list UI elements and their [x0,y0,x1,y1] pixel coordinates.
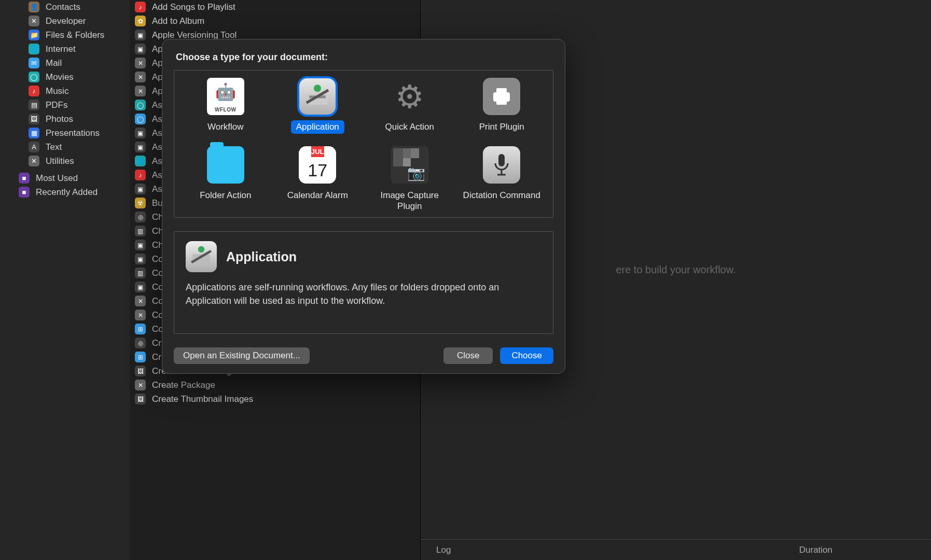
choose-button[interactable]: Choose [500,347,553,364]
sidebar-item-recently-added[interactable]: ■Recently Added [0,185,130,199]
svg-rect-6 [498,154,505,166]
action-label: Bu [152,198,163,208]
description-title: Application [226,249,297,264]
calendar-icon: JUL 17 [299,146,336,184]
action-label: Cr [152,352,161,362]
category-icon: ◯ [29,72,39,82]
action-label: Ap [152,58,163,68]
sidebar-item-most-used[interactable]: ■Most Used [0,171,130,185]
sidebar-item-label: Recently Added [36,187,98,198]
sidebar-item-pdfs[interactable]: ▤PDFs [0,98,130,112]
category-icon: ▤ [29,100,39,110]
action-icon: ✕ [135,72,146,82]
svg-point-0 [314,85,321,92]
sidebar-item-photos[interactable]: 🖼Photos [0,112,130,126]
action-label: Add Songs to Playlist [152,2,235,12]
action-icon: 🖼 [135,394,146,404]
sidebar-item-label: Utilities [46,156,74,166]
description-text: Applications are self-running workflows.… [186,281,541,307]
action-icon: ⊞ [135,324,146,334]
sidebar-item-files-folders[interactable]: 📁Files & Folders [0,28,130,42]
sidebar-item-developer[interactable]: ✕Developer [0,14,130,28]
sidebar-item-label: Developer [46,16,86,26]
category-icon: 🌐 [29,44,39,54]
sidebar-item-utilities[interactable]: ✕Utilities [0,154,130,168]
sidebar-item-label: Presentations [46,128,100,138]
action-icon: ☢ [135,198,146,208]
type-label: Application [291,120,344,134]
type-label: Dictation Command [458,189,546,202]
sidebar-item-mail[interactable]: ✉Mail [0,56,130,70]
library-sidebar: 👤Contacts✕Developer📁Files & Folders🌐Inte… [0,0,130,560]
sidebar-item-label: Music [46,86,68,96]
action-icon: ✕ [135,310,146,320]
type-quick-action[interactable]: ⚙ Quick Action [364,78,456,134]
sidebar-item-presentations[interactable]: ▦Presentations [0,126,130,140]
sidebar-item-label: Photos [46,114,73,124]
sidebar-item-label: Contacts [46,2,80,12]
action-item[interactable]: 🖼Create Thumbnail Images [130,392,420,406]
sidebar-item-label: Mail [46,58,62,68]
action-icon: 🌐 [135,156,146,166]
action-icon: ◯ [135,114,146,124]
action-item[interactable]: ✕Create Package [130,378,420,392]
action-item[interactable]: ♪Add Songs to Playlist [130,0,420,14]
type-label: Workflow [202,120,249,134]
action-label: Ap [152,44,163,54]
action-icon: ✕ [135,380,146,390]
description-icon [186,241,217,272]
action-icon: ⊞ [135,352,146,362]
action-icon: ◎ [135,212,146,222]
svg-rect-5 [496,99,507,105]
category-icon: ▦ [29,128,39,138]
action-label: Ap [152,86,163,96]
action-icon: ♪ [135,2,146,12]
sidebar-item-contacts[interactable]: 👤Contacts [0,0,130,14]
action-item[interactable]: ✿Add to Album [130,14,420,28]
type-workflow[interactable]: Workflow [179,78,272,134]
sidebar-item-label: Files & Folders [46,30,104,40]
category-icon: 👤 [29,2,39,12]
duration-label: Duration [799,545,832,555]
action-icon: ✿ [135,16,146,26]
action-icon: ◎ [135,338,146,348]
type-image-capture[interactable]: Image Capture Plugin [364,146,456,213]
action-icon: 🖼 [135,366,146,376]
svg-rect-4 [496,88,507,93]
sidebar-item-music[interactable]: ♪Music [0,84,130,98]
log-bar: Log Duration [421,539,931,560]
action-label: Create Package [152,380,215,390]
sidebar-item-label: PDFs [46,100,68,110]
category-icon: ✉ [29,58,39,68]
sidebar-item-internet[interactable]: 🌐Internet [0,42,130,56]
action-icon: ▣ [135,30,146,40]
type-folder-action[interactable]: Folder Action [179,146,272,213]
action-label: Ap [152,72,163,82]
open-existing-button[interactable]: Open an Existing Document... [174,347,310,364]
dialog-title: Choose a type for your document: [174,52,553,63]
action-icon: ▣ [135,128,146,138]
category-icon: 🖼 [29,114,39,124]
category-icon: ♪ [29,86,39,96]
type-print-plugin[interactable]: Print Plugin [456,78,548,134]
type-dictation[interactable]: Dictation Command [456,146,548,213]
gear-icon: ⚙ [391,78,428,115]
document-type-grid: Workflow Application ⚙ Quick Action Prin… [174,70,553,218]
type-calendar-alarm[interactable]: JUL 17 Calendar Alarm [272,146,364,213]
workflow-placeholder: ere to build your workflow. [616,264,735,276]
smart-folder-icon: ■ [19,187,30,198]
action-icon: ▣ [135,240,146,250]
sidebar-item-text[interactable]: AText [0,140,130,154]
close-button[interactable]: Close [443,347,493,364]
type-application[interactable]: Application [272,78,364,134]
action-icon: ▣ [135,142,146,152]
type-label: Quick Action [380,120,440,134]
folder-icon [207,146,244,184]
document-type-dialog: Choose a type for your document: Workflo… [162,39,565,374]
category-icon: ✕ [29,156,39,166]
svg-point-9 [198,246,205,253]
sidebar-item-movies[interactable]: ◯Movies [0,70,130,84]
action-icon: ✕ [135,58,146,68]
calendar-month: JUL [311,146,324,157]
sidebar-item-label: Most Used [36,173,78,184]
